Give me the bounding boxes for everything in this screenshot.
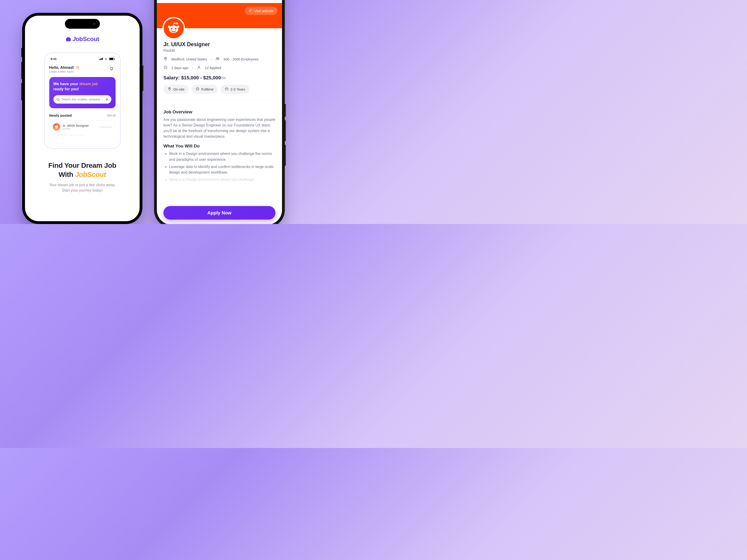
list-item: Leverage data to identify and confirm bo…: [169, 164, 276, 176]
blank-top-spacer: [157, 0, 282, 3]
svg-point-14: [168, 26, 171, 28]
mic-icon[interactable]: [105, 98, 108, 101]
separator-dot: [192, 68, 193, 69]
svg-point-15: [176, 23, 178, 25]
status-time: 9:41: [51, 57, 57, 61]
briefcase-icon: [66, 36, 72, 42]
bell-icon: [110, 67, 113, 72]
phone-screen-left: JJobScoutobScout 9:41 Hello,: [25, 16, 139, 221]
status-bar: 9:41: [49, 57, 115, 61]
job-applicants: 12 Applied: [205, 66, 221, 70]
clock-icon: [163, 65, 168, 70]
visit-website-button[interactable]: Visit website: [245, 7, 277, 15]
visit-website-label: Visit website: [254, 9, 274, 13]
phone-side-button: [285, 104, 286, 117]
overview-heading: Job Overview: [163, 109, 276, 114]
chip-experience[interactable]: 2-3 Years: [221, 85, 249, 94]
newly-posted-heading: Newly posted: [49, 113, 72, 117]
reddit-icon: [168, 22, 180, 34]
hero-phone-preview: 9:41 Hello, Ahmed! 👋🏻 Create a better fu…: [44, 53, 121, 149]
see-all-link[interactable]: See all: [107, 114, 115, 117]
svg-rect-23: [225, 88, 228, 90]
tagline-line1: Find Your Dream Job: [48, 161, 116, 169]
job-card-title: Jr. UI/UX Designer: [62, 124, 89, 127]
phone-side-button: [142, 65, 143, 91]
greeting-title: Hello, Ahmed! 👋🏻: [49, 65, 80, 70]
svg-point-12: [175, 28, 177, 30]
svg-point-13: [177, 26, 179, 28]
job-card-company: Reddit: [62, 127, 89, 130]
phone-screen-right: Visit website Jr. UI/UX Designer Reddit: [157, 0, 282, 224]
location-target-icon: [168, 87, 171, 91]
list-item: Work in a Design environment where you c…: [169, 151, 276, 163]
svg-point-6: [55, 126, 55, 127]
section-divider: [157, 100, 282, 100]
company-logo: [162, 17, 185, 39]
hero-banner: We have your dream job ready for you! Se…: [49, 77, 115, 108]
job-card[interactable]: Jr. UI/UX Designer Reddit 2 hours ago Me…: [49, 120, 115, 146]
job-company: Reddit: [163, 48, 276, 53]
tagline-sub2: Start your journey today!: [62, 188, 102, 192]
separator-dot: [211, 59, 212, 60]
reddit-icon: [53, 123, 60, 131]
job-salary: Salary: $15,000 - $25,000/m: [163, 75, 276, 80]
hero-line2: ready for you!: [53, 86, 111, 91]
job-employees: 500 - 2000 Employees: [224, 57, 258, 61]
list-item: Work in a Design environment where you c…: [169, 177, 276, 183]
dynamic-island: [65, 19, 100, 29]
job-overview-section: Job Overview Are you passionate about en…: [157, 105, 282, 184]
phone-side-button: [285, 145, 286, 166]
svg-point-7: [57, 125, 58, 125]
person-icon: [197, 65, 201, 70]
battery-icon: [109, 58, 114, 60]
search-icon: [56, 98, 60, 101]
chip-employment-type[interactable]: Fulltime: [191, 85, 218, 94]
wifi-icon: [104, 58, 108, 60]
apply-now-button[interactable]: Apply Now: [163, 206, 276, 219]
responsibilities-list: Work in a Design environment where you c…: [163, 151, 276, 183]
job-card-location: Medford, United States: [57, 134, 84, 136]
search-input[interactable]: Search Job, location, company: [53, 95, 111, 104]
svg-point-0: [57, 98, 59, 100]
job-card-salary: $1500 - 2500: [57, 139, 73, 142]
chip-worksite[interactable]: On-site: [163, 85, 189, 94]
people-icon: [215, 57, 220, 61]
search-placeholder: Search Job, location, company: [60, 98, 105, 101]
phone-side-button: [21, 62, 22, 79]
svg-point-4: [57, 127, 57, 127]
greeting-subtitle: Create a better future.: [49, 70, 80, 73]
svg-point-21: [169, 88, 170, 89]
phone-device-left: JJobScoutobScout 9:41 Hello,: [22, 13, 143, 224]
location-pin-icon: [163, 57, 168, 61]
hero-accent: dream job: [79, 82, 98, 86]
clock-icon: [196, 87, 199, 91]
job-posted-ago: 2 days ago: [171, 66, 188, 70]
dollar-icon: [53, 139, 56, 142]
tagline-sub1: Your dream job is just a few clicks away…: [49, 183, 115, 187]
briefcase-icon: [225, 87, 229, 91]
signal-icon: [99, 58, 103, 60]
tagline-with: With: [59, 170, 75, 178]
tagline-accent: JobScout: [75, 170, 106, 178]
marketing-tagline: Find Your Dream Job With JobScout Your d…: [25, 161, 139, 193]
phone-side-button: [21, 48, 22, 57]
what-you-will-do-heading: What You Will Do: [163, 143, 276, 149]
job-location: Medford, United States: [171, 57, 207, 61]
svg-point-11: [171, 28, 173, 30]
phone-side-button: [285, 120, 286, 141]
location-pin-icon: [53, 133, 56, 137]
notifications-button[interactable]: [108, 65, 115, 73]
svg-point-3: [56, 127, 56, 127]
hero-line1: We have your dream job: [53, 81, 111, 86]
svg-point-17: [216, 58, 218, 59]
svg-point-16: [165, 58, 166, 59]
overview-body: Are you passionate about engineering use…: [163, 117, 276, 139]
phone-device-right: Visit website Jr. UI/UX Designer Reddit: [154, 0, 285, 224]
link-icon: [249, 9, 252, 13]
app-logo: JJobScoutobScout: [66, 35, 99, 43]
phone-side-button: [21, 83, 22, 100]
svg-point-20: [199, 66, 200, 67]
svg-rect-1: [106, 98, 107, 100]
company-header: Visit website: [157, 3, 282, 28]
app-logo-text: JJobScoutobScout: [72, 35, 99, 43]
